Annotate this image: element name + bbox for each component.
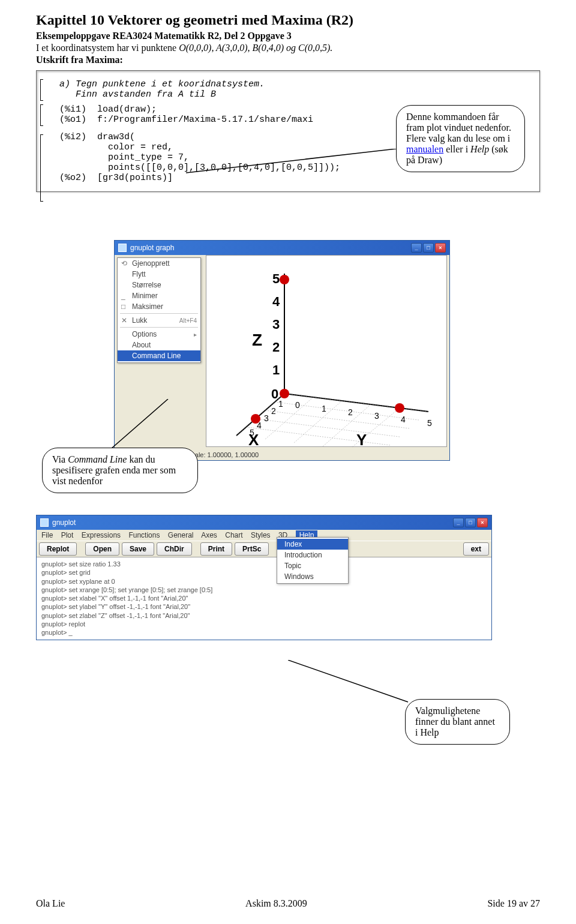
svg-line-4 — [284, 394, 428, 412]
menubar[interactable]: File Plot Expressions Functions General … — [37, 530, 491, 541]
sysmenu-minimize[interactable]: _Minimer — [118, 290, 200, 301]
titlebar[interactable]: gnuplot graph _ □ × — [115, 241, 449, 255]
svg-text:1: 1 — [278, 399, 283, 409]
intro-points: O(0,0,0), A(3,0,0), B(0,4,0) og C(0,0,5)… — [179, 43, 332, 53]
point-C — [280, 275, 289, 284]
callout-commandline: Via Command Line kan du spesifisere graf… — [42, 448, 198, 493]
sysmenu-restore: ⟲Gjenopprett — [118, 258, 200, 269]
ztick-5: 5 — [272, 271, 280, 286]
callout1-text1: Denne kommandoen får fram plot vinduet n… — [406, 112, 511, 143]
help-windows[interactable]: Windows — [277, 571, 348, 582]
ztick-0: 0 — [271, 386, 278, 401]
menu-file[interactable]: File — [41, 531, 53, 539]
svg-text:1: 1 — [322, 404, 326, 413]
svg-line-25 — [111, 399, 168, 449]
svg-text:4: 4 — [401, 415, 406, 424]
svg-text:5: 5 — [427, 418, 432, 428]
sysmenu-close[interactable]: ✕LukkAlt+F4 — [118, 315, 200, 326]
maxima-comment-1: a) Tegn punktene i et kooridnatsystem. — [47, 79, 529, 89]
minimize-button[interactable]: _ — [411, 243, 422, 253]
menu-axes[interactable]: Axes — [201, 531, 217, 539]
window-title: gnuplot graph — [130, 244, 174, 252]
sysmenu-size[interactable]: Størrelse — [118, 280, 200, 290]
close-button[interactable]: × — [435, 243, 446, 253]
ext-button[interactable]: ext — [463, 542, 489, 556]
help-index[interactable]: Index — [277, 539, 348, 550]
menu-styles[interactable]: Styles — [251, 531, 271, 539]
footer-page: Side 19 av 27 — [487, 898, 540, 909]
svg-line-7 — [256, 419, 400, 437]
chevron-right-icon: ▸ — [194, 331, 197, 338]
page-footer: Ola Lie Askim 8.3.2009 Side 19 av 27 — [36, 898, 540, 909]
maximize-icon: □ — [121, 302, 132, 311]
svg-line-6 — [265, 410, 409, 428]
open-button[interactable]: Open — [85, 542, 119, 556]
window-icon[interactable] — [118, 244, 127, 252]
callout1-text2: eller i — [443, 144, 470, 154]
ztick-1: 1 — [272, 362, 280, 377]
page-title: Kapittel 10 Vektorer og geometri med Max… — [36, 12, 540, 28]
svg-line-11 — [294, 401, 342, 443]
menu-plot[interactable]: Plot — [61, 531, 74, 539]
svg-line-8 — [246, 427, 390, 445]
svg-text:5: 5 — [250, 428, 254, 437]
callout1-help: Help — [470, 144, 489, 154]
minimize-icon: _ — [121, 292, 132, 300]
menu-functions[interactable]: Functions — [128, 531, 160, 539]
intro-text: I et koordinatsystem har vi punktene O(0… — [36, 43, 540, 53]
sysmenu-commandline[interactable]: Command Line — [118, 350, 200, 361]
help-introduction[interactable]: Introduction — [277, 550, 348, 560]
footer-author: Ola Lie — [36, 898, 65, 909]
callout2-ital: Command Line — [68, 454, 127, 464]
close-icon: ✕ — [121, 316, 132, 325]
sysmenu-maximize[interactable]: □Maksimer — [118, 301, 200, 312]
svg-text:3: 3 — [264, 413, 269, 423]
menu-expressions[interactable]: Expressions — [82, 531, 121, 539]
save-button[interactable]: Save — [122, 542, 154, 556]
svg-line-26 — [288, 660, 408, 702]
prtsc-button[interactable]: PrtSc — [235, 542, 269, 556]
restore-icon: ⟲ — [121, 259, 132, 268]
console-output[interactable]: gnuplot> set size ratio 1.33gnuplot> set… — [37, 557, 491, 640]
replot-button[interactable]: Replot — [39, 542, 77, 556]
svg-line-0 — [186, 149, 396, 173]
ztick-2: 2 — [272, 340, 280, 355]
axis-label-y: Y — [356, 431, 367, 448]
sysmenu-move[interactable]: Flytt — [118, 269, 200, 280]
callout2-text1: Via — [52, 454, 68, 464]
sysmenu-about[interactable]: About — [118, 340, 200, 350]
svg-text:2: 2 — [271, 406, 276, 416]
console-titlebar[interactable]: gnuplot _ □ × — [37, 515, 491, 530]
sysmenu-options[interactable]: Options▸ — [118, 329, 200, 340]
console-minimize-button[interactable]: _ — [453, 518, 464, 527]
console-window-icon[interactable] — [40, 518, 49, 527]
axis-label-z: Z — [252, 331, 262, 349]
plot-3d-area[interactable]: 5 4 3 2 1 0 Z X Y 1 2 3 4 5 — [206, 255, 447, 447]
footer-date: Askim 8.3.2009 — [245, 898, 307, 909]
system-menu[interactable]: ⟲Gjenopprett Flytt Størrelse _Minimer □M… — [117, 257, 201, 363]
page-subtitle: Eksempeloppgave REA3024 Matematikk R2, D… — [36, 31, 540, 41]
callout-plot-explanation: Denne kommandoen får fram plot vinduet n… — [396, 105, 525, 172]
svg-text:2: 2 — [348, 407, 353, 417]
point-A — [251, 414, 260, 424]
point-O — [280, 389, 289, 398]
manual-link[interactable]: manualen — [406, 144, 443, 154]
svg-text:0: 0 — [295, 400, 300, 410]
chdir-button[interactable]: ChDir — [157, 542, 192, 556]
maximize-button[interactable]: □ — [423, 243, 434, 253]
toolbar: Replot Open Save ChDir Print PrtSc ext — [37, 541, 491, 557]
console-close-button[interactable]: × — [477, 518, 488, 527]
help-dropdown[interactable]: Index Introduction Topic Windows — [277, 537, 349, 584]
ztick-3: 3 — [272, 317, 280, 332]
menu-chart[interactable]: Chart — [225, 531, 242, 539]
ztick-4: 4 — [272, 294, 280, 309]
point-B — [395, 403, 404, 413]
print-button[interactable]: Print — [200, 542, 232, 556]
maxima-comment-2: Finn avstanden fra A til B — [47, 89, 529, 100]
help-topic[interactable]: Topic — [277, 560, 348, 571]
console-maximize-button[interactable]: □ — [465, 518, 476, 527]
gnuplot-console-window[interactable]: gnuplot _ □ × File Plot Expressions Func… — [36, 515, 492, 640]
callout-help-options: Valgmulighetene finner du blant annet i … — [405, 699, 510, 745]
console-title: gnuplot — [52, 518, 76, 527]
menu-general[interactable]: General — [168, 531, 194, 539]
